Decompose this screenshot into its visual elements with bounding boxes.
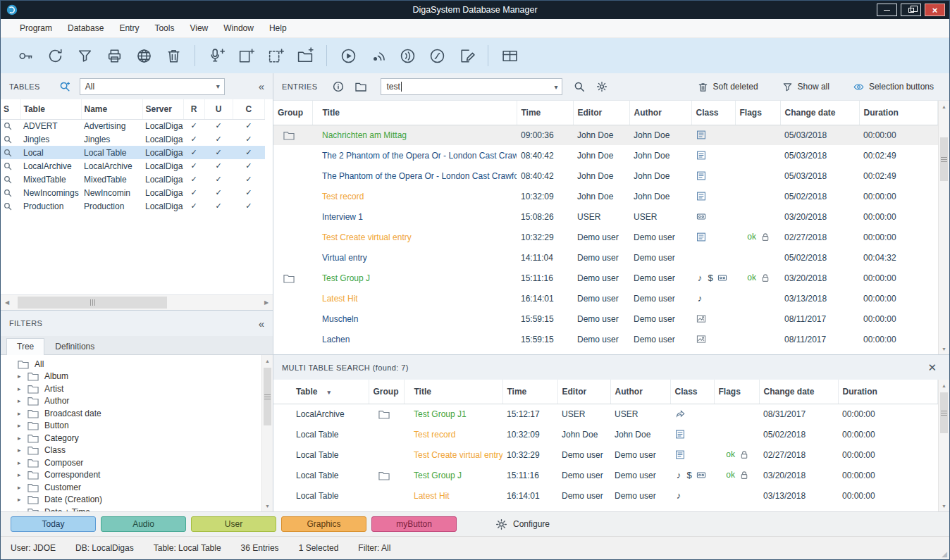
col-time[interactable]: Time bbox=[517, 101, 573, 125]
col-author[interactable]: Author bbox=[629, 101, 691, 125]
col-title[interactable]: Title bbox=[312, 101, 517, 125]
dropdown-caret-icon[interactable]: ▾ bbox=[212, 82, 224, 90]
col-flags[interactable]: Flags bbox=[735, 101, 780, 125]
broadcast-1-icon[interactable] bbox=[363, 43, 393, 68]
tables-filter-select[interactable]: All ▾ bbox=[80, 78, 225, 95]
col-flags[interactable]: Flags bbox=[714, 380, 759, 404]
expand-arrow-icon[interactable]: ▸ bbox=[18, 496, 27, 503]
print-icon[interactable] bbox=[99, 43, 129, 68]
add-group-icon[interactable] bbox=[290, 43, 320, 68]
entry-row[interactable]: The 2 Phantom of the Opera Or - London C… bbox=[273, 145, 938, 166]
filter-tree-item[interactable]: ▸Button bbox=[1, 420, 261, 433]
expand-arrow-icon[interactable]: ▸ bbox=[18, 410, 27, 417]
table-row[interactable]: ProductionProductionLocalDigas✓✓✓ bbox=[1, 199, 265, 213]
entry-row[interactable]: The Phantom of the Opera Or - London Cas… bbox=[273, 166, 938, 186]
search-result-row[interactable]: Local TableLatest Hit16:14:01Demo userDe… bbox=[273, 485, 938, 506]
filter-tree-item[interactable]: ▸Author bbox=[1, 395, 261, 408]
tables-col-u[interactable]: U bbox=[204, 99, 233, 119]
col-class[interactable]: Class bbox=[691, 101, 735, 125]
close-button[interactable]: × bbox=[925, 4, 945, 16]
scroll-thumb[interactable] bbox=[18, 297, 167, 309]
col-change-date[interactable]: Change date bbox=[780, 101, 859, 125]
scroll-up-arrow-icon[interactable]: ▲ bbox=[939, 380, 949, 391]
scroll-thumb[interactable] bbox=[940, 137, 948, 181]
entry-row[interactable]: Nachrichten am Mittag09:00:36John DoeJoh… bbox=[273, 125, 938, 145]
filter-tree-item[interactable]: ▸Broadcast date bbox=[1, 407, 261, 420]
expand-arrow-icon[interactable]: ▸ bbox=[18, 373, 27, 380]
filter-tree-item[interactable]: ▸Artist bbox=[1, 382, 261, 395]
search-row-icon[interactable] bbox=[4, 202, 13, 211]
search-row-icon[interactable] bbox=[4, 175, 13, 185]
search-icon[interactable] bbox=[572, 79, 587, 94]
multi-table-icon[interactable] bbox=[495, 43, 524, 68]
collapse-filters-chevron[interactable]: « bbox=[259, 318, 264, 329]
filter-tree-item[interactable]: All bbox=[1, 358, 261, 371]
edit-entry-icon[interactable] bbox=[452, 43, 481, 68]
dropdown-caret-icon[interactable]: ▾ bbox=[550, 83, 562, 91]
expand-arrow-icon[interactable]: ▸ bbox=[18, 422, 27, 429]
expand-arrow-icon[interactable]: ▸ bbox=[18, 471, 27, 478]
col-table[interactable]: Table▾ bbox=[273, 380, 369, 404]
table-row[interactable]: NewIncomingsNewIncominLocalDigas✓✓✓ bbox=[1, 186, 265, 199]
settings-gear-icon[interactable] bbox=[594, 79, 610, 94]
table-row[interactable]: LocalLocal TableLocalDigas✓✓✓ bbox=[1, 146, 265, 159]
expand-arrow-icon[interactable]: ▸ bbox=[18, 397, 27, 404]
refresh-icon[interactable] bbox=[40, 43, 70, 68]
tables-col-table[interactable]: Table bbox=[20, 99, 81, 119]
folder-browse-icon[interactable] bbox=[353, 79, 369, 94]
filters-tab-tree[interactable]: Tree bbox=[6, 338, 44, 355]
entry-row[interactable]: Interview 115:08:26USERUSER03/20/201800:… bbox=[273, 206, 938, 227]
entry-row[interactable]: Latest Hit16:14:01Demo userDemo user♪03/… bbox=[273, 288, 938, 309]
add-virtual-entry-icon[interactable] bbox=[261, 43, 290, 68]
tables-col-c[interactable]: C bbox=[233, 99, 265, 119]
quick-button-today[interactable]: Today bbox=[11, 516, 96, 532]
col-author[interactable]: Author bbox=[610, 380, 670, 404]
broadcast-3-icon[interactable] bbox=[422, 43, 452, 68]
search-result-row[interactable]: Local TableTest record10:32:09John DoeJo… bbox=[273, 424, 938, 444]
filter-tree-item[interactable]: ▸Album bbox=[1, 371, 261, 383]
filter-icon[interactable] bbox=[70, 43, 99, 68]
add-record-icon[interactable] bbox=[202, 43, 231, 68]
quick-button-mybutton[interactable]: myButton bbox=[371, 516, 457, 532]
search-result-row[interactable]: Local TableTest Create virtual entry10:3… bbox=[273, 444, 938, 465]
col-duration[interactable]: Duration bbox=[859, 101, 938, 125]
scroll-down-arrow-icon[interactable]: ▼ bbox=[262, 500, 273, 511]
quick-button-graphics[interactable]: Graphics bbox=[281, 516, 366, 532]
filter-tree-item[interactable]: ▸Composer bbox=[1, 456, 261, 469]
entries-search-input[interactable]: test ▾ bbox=[381, 78, 562, 95]
filters-tab-definitions[interactable]: Definitions bbox=[44, 338, 105, 355]
collapse-tables-chevron[interactable]: « bbox=[259, 81, 264, 92]
search-row-icon[interactable] bbox=[4, 189, 13, 198]
col-class[interactable]: Class bbox=[670, 380, 714, 404]
broadcast-2-icon[interactable] bbox=[393, 43, 422, 68]
info-icon[interactable] bbox=[331, 79, 346, 94]
search-row-icon[interactable] bbox=[4, 122, 13, 131]
search-row-icon[interactable] bbox=[4, 135, 13, 144]
filter-tree-item[interactable]: ▸Customer bbox=[1, 481, 261, 494]
scroll-thumb[interactable] bbox=[264, 368, 271, 425]
configure-button[interactable]: Configure bbox=[495, 518, 550, 530]
scroll-down-arrow-icon[interactable]: ▼ bbox=[939, 500, 949, 511]
scroll-up-arrow-icon[interactable]: ▲ bbox=[262, 355, 273, 366]
entry-row[interactable]: Test record10:32:09John DoeJohn Doe05/02… bbox=[273, 186, 938, 206]
expand-arrow-icon[interactable]: ▸ bbox=[18, 459, 27, 466]
col-change-date[interactable]: Change date bbox=[759, 380, 838, 404]
entry-row[interactable]: Muscheln15:59:15Demo userDemo user08/11/… bbox=[273, 309, 938, 329]
scroll-thumb[interactable] bbox=[940, 392, 948, 433]
globe-icon[interactable] bbox=[129, 43, 159, 68]
menu-entry[interactable]: Entry bbox=[111, 20, 147, 36]
search-result-row[interactable]: Local TableTest Group J15:11:16Demo user… bbox=[273, 465, 938, 485]
filter-tree-item[interactable]: ▸Class bbox=[1, 444, 261, 457]
column-filter-caret-icon[interactable]: ▾ bbox=[327, 389, 331, 396]
tables-col-r[interactable]: R bbox=[183, 99, 204, 119]
search-row-icon[interactable] bbox=[4, 149, 13, 158]
key-icon[interactable] bbox=[11, 43, 40, 68]
filter-tree-item[interactable]: ▸Date + Time bbox=[1, 506, 261, 511]
col-duration[interactable]: Duration bbox=[838, 380, 938, 404]
restore-button[interactable] bbox=[901, 4, 921, 16]
resize-grip[interactable]: ◢ bbox=[942, 550, 947, 558]
col-editor[interactable]: Editor bbox=[573, 101, 629, 125]
close-multi-search-icon[interactable]: ✕ bbox=[927, 362, 941, 373]
table-row[interactable]: ADVERTAdvertisingLocalDigas✓✓✓ bbox=[1, 119, 265, 132]
expand-arrow-icon[interactable]: ▸ bbox=[18, 385, 27, 392]
